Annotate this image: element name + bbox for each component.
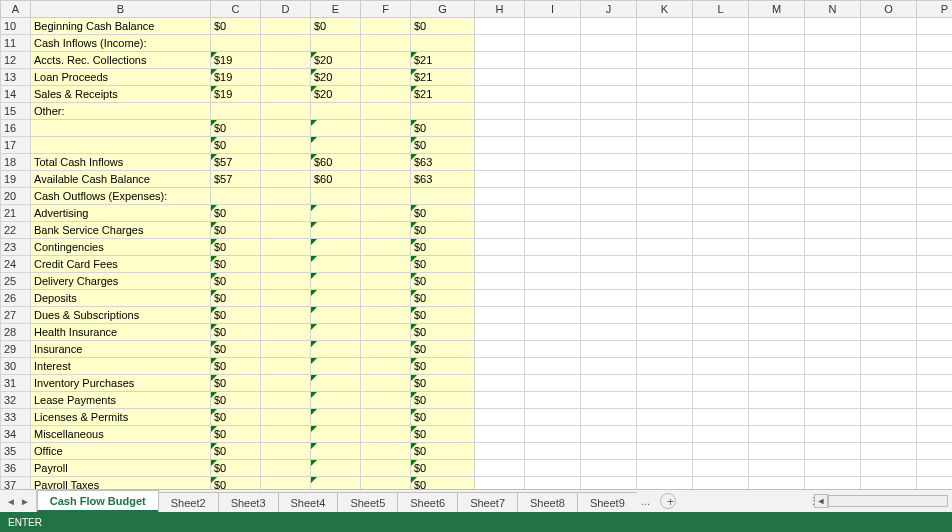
cell-L18[interactable]	[693, 154, 749, 171]
cell-C13[interactable]: $19	[211, 69, 261, 86]
cell-E19[interactable]: $60	[311, 171, 361, 188]
cell-F16[interactable]	[361, 120, 411, 137]
cell-C34[interactable]: $0	[211, 426, 261, 443]
cell-H36[interactable]	[475, 460, 525, 477]
cell-F27[interactable]	[361, 307, 411, 324]
cell-B12[interactable]: Accts. Rec. Collections	[31, 52, 211, 69]
cell-E26[interactable]	[311, 290, 361, 307]
cell-C23[interactable]: $0	[211, 239, 261, 256]
cell-J27[interactable]	[581, 307, 637, 324]
column-header-N[interactable]: N	[805, 1, 861, 18]
row-header-10[interactable]: 10	[1, 18, 31, 35]
cell-G19[interactable]: $63	[411, 171, 475, 188]
cell-G37[interactable]: $0	[411, 477, 475, 490]
cell-D20[interactable]	[261, 188, 311, 205]
cell-J14[interactable]	[581, 86, 637, 103]
cell-F10[interactable]	[361, 18, 411, 35]
row-header-18[interactable]: 18	[1, 154, 31, 171]
cell-D17[interactable]	[261, 137, 311, 154]
cell-L27[interactable]	[693, 307, 749, 324]
cell-H11[interactable]	[475, 35, 525, 52]
cell-O15[interactable]	[861, 103, 917, 120]
cell-L32[interactable]	[693, 392, 749, 409]
cell-B32[interactable]: Lease Payments	[31, 392, 211, 409]
row-header-36[interactable]: 36	[1, 460, 31, 477]
cell-P28[interactable]	[917, 324, 953, 341]
sheet-tab-sheet2[interactable]: Sheet2	[158, 492, 219, 512]
cell-C17[interactable]: $0	[211, 137, 261, 154]
row-header-28[interactable]: 28	[1, 324, 31, 341]
cell-P19[interactable]	[917, 171, 953, 188]
cell-G11[interactable]	[411, 35, 475, 52]
cell-F20[interactable]	[361, 188, 411, 205]
cell-N31[interactable]	[805, 375, 861, 392]
cell-H29[interactable]	[475, 341, 525, 358]
cell-P29[interactable]	[917, 341, 953, 358]
cell-I12[interactable]	[525, 52, 581, 69]
row-header-20[interactable]: 20	[1, 188, 31, 205]
cell-B30[interactable]: Interest	[31, 358, 211, 375]
cell-E36[interactable]	[311, 460, 361, 477]
cell-P13[interactable]	[917, 69, 953, 86]
cell-N16[interactable]	[805, 120, 861, 137]
cell-G10[interactable]: $0	[411, 18, 475, 35]
cell-B24[interactable]: Credit Card Fees	[31, 256, 211, 273]
cell-F21[interactable]	[361, 205, 411, 222]
cell-G31[interactable]: $0	[411, 375, 475, 392]
cell-P36[interactable]	[917, 460, 953, 477]
cell-J28[interactable]	[581, 324, 637, 341]
cell-N10[interactable]	[805, 18, 861, 35]
cell-C22[interactable]: $0	[211, 222, 261, 239]
cell-P23[interactable]	[917, 239, 953, 256]
cell-E32[interactable]	[311, 392, 361, 409]
cell-F12[interactable]	[361, 52, 411, 69]
cell-P33[interactable]	[917, 409, 953, 426]
cell-H21[interactable]	[475, 205, 525, 222]
cell-E17[interactable]	[311, 137, 361, 154]
cell-C31[interactable]: $0	[211, 375, 261, 392]
column-header-I[interactable]: I	[525, 1, 581, 18]
cell-G34[interactable]: $0	[411, 426, 475, 443]
cell-G16[interactable]: $0	[411, 120, 475, 137]
cell-H15[interactable]	[475, 103, 525, 120]
cell-I36[interactable]	[525, 460, 581, 477]
column-header-M[interactable]: M	[749, 1, 805, 18]
cell-F31[interactable]	[361, 375, 411, 392]
cell-K11[interactable]	[637, 35, 693, 52]
cell-E35[interactable]	[311, 443, 361, 460]
cell-I31[interactable]	[525, 375, 581, 392]
cell-P31[interactable]	[917, 375, 953, 392]
cell-L29[interactable]	[693, 341, 749, 358]
cell-E22[interactable]	[311, 222, 361, 239]
cell-M20[interactable]	[749, 188, 805, 205]
cell-D16[interactable]	[261, 120, 311, 137]
row-header-14[interactable]: 14	[1, 86, 31, 103]
cell-N21[interactable]	[805, 205, 861, 222]
cell-C26[interactable]: $0	[211, 290, 261, 307]
row-header-26[interactable]: 26	[1, 290, 31, 307]
cell-F19[interactable]	[361, 171, 411, 188]
cell-M35[interactable]	[749, 443, 805, 460]
cell-O10[interactable]	[861, 18, 917, 35]
row-header-34[interactable]: 34	[1, 426, 31, 443]
cell-M11[interactable]	[749, 35, 805, 52]
row-header-17[interactable]: 17	[1, 137, 31, 154]
cell-F30[interactable]	[361, 358, 411, 375]
cell-G28[interactable]: $0	[411, 324, 475, 341]
cell-L26[interactable]	[693, 290, 749, 307]
cell-C25[interactable]: $0	[211, 273, 261, 290]
cell-N17[interactable]	[805, 137, 861, 154]
cell-K17[interactable]	[637, 137, 693, 154]
cell-K13[interactable]	[637, 69, 693, 86]
cell-G27[interactable]: $0	[411, 307, 475, 324]
cell-G25[interactable]: $0	[411, 273, 475, 290]
cell-N18[interactable]	[805, 154, 861, 171]
cell-P35[interactable]	[917, 443, 953, 460]
cell-N13[interactable]	[805, 69, 861, 86]
cell-C36[interactable]: $0	[211, 460, 261, 477]
cell-O23[interactable]	[861, 239, 917, 256]
cell-L35[interactable]	[693, 443, 749, 460]
cell-D13[interactable]	[261, 69, 311, 86]
cell-C10[interactable]: $0	[211, 18, 261, 35]
cell-N11[interactable]	[805, 35, 861, 52]
